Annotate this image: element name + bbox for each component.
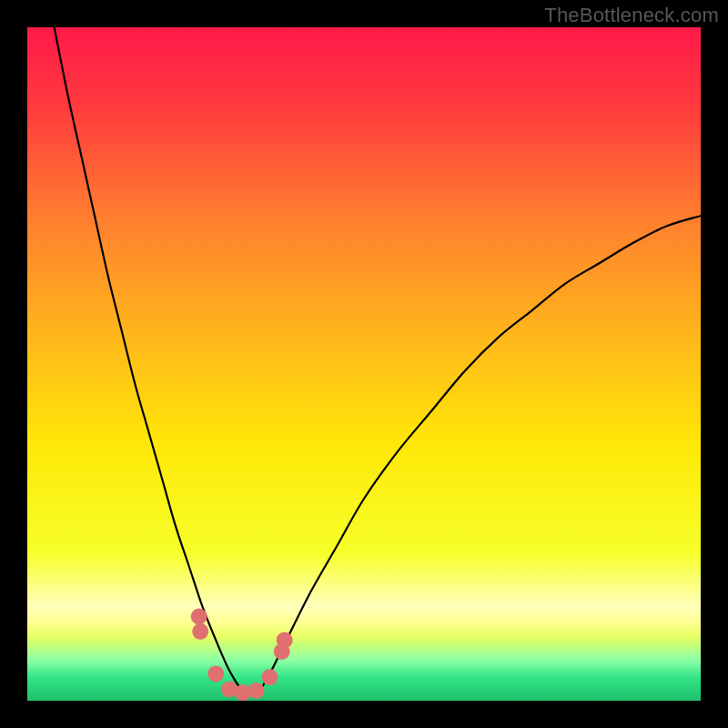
threshold-marker <box>261 669 278 685</box>
chart-frame <box>27 27 701 701</box>
threshold-marker <box>277 632 293 648</box>
threshold-marker <box>191 609 207 625</box>
bottleneck-chart <box>27 27 701 701</box>
threshold-marker <box>192 623 208 640</box>
watermark-text: TheBottleneck.com <box>544 4 719 27</box>
threshold-marker <box>207 665 224 682</box>
threshold-marker <box>248 682 265 699</box>
gradient-background <box>27 27 701 701</box>
